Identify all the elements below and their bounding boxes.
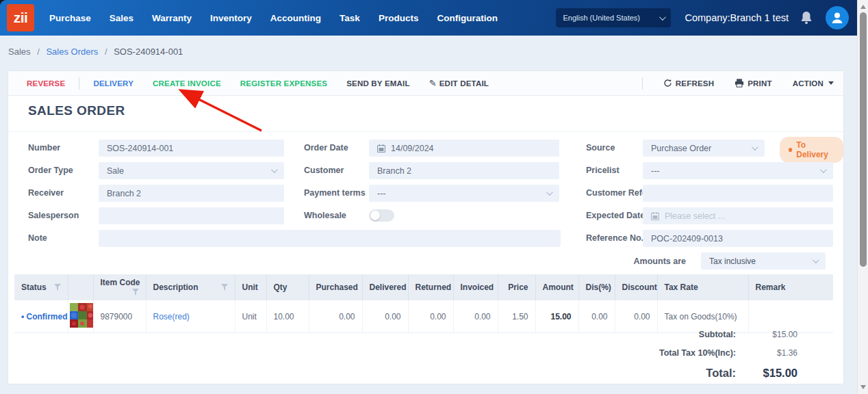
col-qty: Qty [266, 274, 309, 300]
filter-icon[interactable] [132, 288, 139, 298]
menu-task[interactable]: Task [340, 13, 360, 23]
filter-icon[interactable] [54, 283, 61, 293]
page-title: SALES ORDER [28, 103, 125, 118]
send-by-email-button[interactable]: SEND BY EMAIL [346, 79, 409, 88]
cell-purchased: 0.00 [309, 300, 362, 333]
register-expenses-button[interactable]: REGISTER EXPENSES [240, 79, 327, 88]
col-unit: Unit [235, 274, 266, 300]
total-tax-label: Total Tax 10%(Inc): [659, 348, 736, 358]
menu-inventory[interactable]: Inventory [210, 13, 252, 23]
receiver-field[interactable]: Branch 2 [99, 185, 284, 202]
scroll-up-arrow-icon[interactable] [860, 5, 866, 9]
col-image [68, 274, 93, 300]
main-menu: Purchase Sales Warranty Inventory Accoun… [49, 13, 498, 23]
toggle-knob [370, 211, 380, 220]
user-avatar[interactable] [826, 6, 849, 29]
edit-detail-button[interactable]: ✎EDIT DETAIL [429, 78, 489, 88]
subtotal-row: Subtotal: $15.00 [659, 330, 797, 339]
col-description[interactable]: Description [146, 274, 235, 300]
order-date-label: Order Date [304, 143, 348, 153]
cell-amount: 15.00 [535, 300, 578, 333]
cell-remark [748, 300, 833, 333]
col-amount: Amount [535, 274, 578, 300]
reference-no-field[interactable]: POC-202409-0013 [643, 230, 833, 247]
print-button[interactable]: PRINT [735, 79, 772, 88]
number-field[interactable]: SOS-240914-001 [99, 140, 284, 157]
menu-configuration[interactable]: Configuration [437, 13, 497, 23]
caret-down-icon [828, 81, 834, 85]
language-selector[interactable]: English (United States) [556, 8, 671, 27]
subtotal-label: Subtotal: [699, 330, 736, 339]
menu-products[interactable]: Products [379, 13, 419, 23]
payment-terms-label: Payment terms [304, 188, 366, 198]
cell-description[interactable]: Rose(red) [146, 300, 235, 333]
toolbar-divider [642, 77, 643, 90]
total-tax-value: $1.36 [736, 348, 797, 358]
product-thumbnail [70, 303, 94, 328]
pricelist-select[interactable]: --- [643, 162, 833, 179]
col-item-code[interactable]: Item Code [93, 274, 146, 300]
grand-total-row: Total: $15.00 [659, 367, 797, 380]
vertical-scrollbar[interactable] [857, 0, 868, 394]
amounts-are-select[interactable]: Tax inclusive [701, 252, 826, 270]
totals-section: Subtotal: $15.00 Total Tax 10%(Inc): $1.… [659, 330, 797, 389]
pencil-icon: ✎ [429, 78, 437, 88]
payment-terms-select[interactable]: --- [369, 185, 559, 202]
customer-field[interactable]: Branch 2 [369, 162, 559, 179]
wholesale-label: Wholesale [304, 211, 346, 220]
company-label: Company:Branch 1 test [685, 12, 789, 23]
cell-item-code: 9879000 [93, 300, 146, 333]
language-selector-value: English (United States) [563, 14, 640, 22]
cell-invoiced: 0.00 [453, 300, 498, 333]
delivery-button[interactable]: DELIVERY [93, 79, 133, 88]
receiver-label: Receiver [28, 188, 64, 198]
chevron-down-icon [752, 144, 758, 150]
create-invoice-button[interactable]: CREATE INVOICE [153, 79, 221, 88]
menu-warranty[interactable]: Warranty [152, 13, 192, 23]
grand-total-value: $15.00 [736, 367, 797, 380]
scrollbar-thumb[interactable] [860, 12, 867, 267]
reverse-button[interactable]: REVERSE [27, 79, 65, 88]
refresh-button[interactable]: REFRESH [663, 79, 714, 88]
table-row: • Confirmed [14, 300, 833, 333]
breadcrumb-root[interactable]: Sales [8, 47, 31, 57]
amounts-are-row: Amounts are Tax inclusive [8, 252, 826, 270]
chevron-down-icon [546, 189, 553, 196]
col-invoiced: Invoiced [453, 274, 498, 300]
chevron-down-icon [271, 166, 278, 173]
col-dis-pct: Dis(%) [578, 274, 615, 300]
cell-status: • Confirmed [14, 300, 68, 333]
grand-total-label: Total: [706, 367, 736, 380]
notification-bell-icon[interactable] [798, 10, 815, 26]
filter-icon[interactable] [221, 283, 228, 293]
cell-product-image[interactable] [68, 300, 93, 333]
cell-qty: 10.00 [266, 300, 309, 333]
expected-date-field[interactable]: Please select ... [643, 207, 833, 224]
scroll-down-arrow-icon[interactable] [860, 385, 866, 389]
wholesale-toggle[interactable] [369, 209, 394, 222]
cell-discount: 0.00 [615, 300, 657, 333]
cell-delivered: 0.00 [362, 300, 408, 333]
table-header-row: Status Item Code Description Unit Qty Pu… [14, 274, 833, 300]
expected-date-placeholder: Please select ... [665, 211, 725, 221]
calendar-icon [377, 144, 385, 153]
salesperson-field[interactable] [99, 207, 284, 224]
order-date-field[interactable]: 14/09/2024 [369, 140, 559, 157]
refresh-icon [663, 79, 672, 88]
order-type-select[interactable]: Sale [99, 162, 284, 179]
printer-icon [735, 79, 744, 88]
note-field[interactable] [99, 230, 561, 247]
menu-purchase[interactable]: Purchase [49, 13, 91, 23]
col-status[interactable]: Status [14, 274, 68, 300]
source-label: Source [586, 143, 615, 153]
document-toolbar: REVERSE DELIVERY CREATE INVOICE REGISTER… [8, 71, 843, 96]
breadcrumb-sales-orders-link[interactable]: Sales Orders [46, 47, 98, 57]
menu-sales[interactable]: Sales [110, 13, 133, 23]
breadcrumb: Sales / Sales Orders / SOS-240914-001 [8, 47, 183, 57]
customer-reference-field[interactable] [643, 185, 833, 202]
status-badge: To Delivery [780, 137, 843, 163]
action-dropdown-button[interactable]: ACTION [793, 79, 834, 88]
app-logo[interactable]: zii [7, 4, 34, 31]
menu-accounting[interactable]: Accounting [270, 13, 321, 23]
source-select[interactable]: Purchase Order [643, 140, 765, 157]
